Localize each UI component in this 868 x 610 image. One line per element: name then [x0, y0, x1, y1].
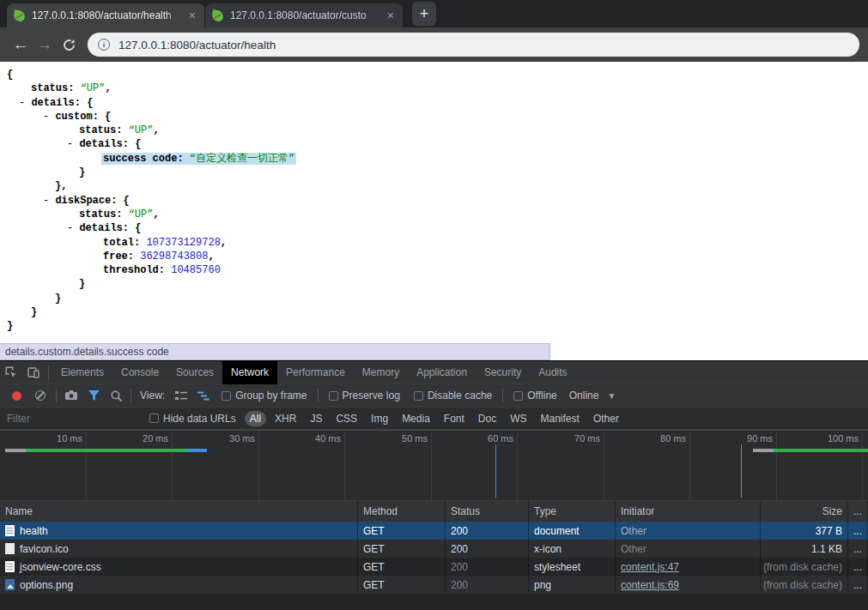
column-header-name[interactable]: Name	[0, 501, 358, 522]
browser-tab-2[interactable]: 127.0.0.1:8080/actuator/custo×	[205, 3, 403, 27]
close-icon[interactable]: ×	[385, 9, 396, 21]
column-header-size[interactable]: Size	[761, 501, 848, 522]
initiator-link[interactable]: content.js:47	[621, 561, 679, 573]
column-header-[interactable]: ...	[848, 501, 868, 522]
table-body: healthGET200documentOther377 B...favicon…	[0, 522, 868, 594]
network-toolbar: View: Group by frame	[0, 384, 868, 408]
site-info-icon[interactable]: i	[98, 39, 110, 51]
capture-screenshots-button[interactable]	[60, 384, 82, 407]
view-waterfall-button[interactable]	[192, 384, 215, 407]
json-key: details	[31, 97, 74, 109]
json-punct: }	[79, 166, 85, 178]
json-key: total	[103, 237, 134, 249]
devtools-tab-elements[interactable]: Elements	[52, 361, 112, 384]
column-header-status[interactable]: Status	[446, 501, 529, 522]
json-collapser[interactable]: -	[67, 222, 79, 234]
separator	[56, 389, 57, 402]
timeline-gridline	[258, 431, 259, 500]
hide-data-urls-checkbox[interactable]: Hide data URLs	[149, 413, 236, 425]
devtools-tab-network[interactable]: Network	[222, 361, 277, 384]
filter-chip-js[interactable]: JS	[305, 411, 327, 426]
chevron-down-icon[interactable]: ▼	[607, 391, 616, 401]
back-button[interactable]: ←	[9, 33, 33, 57]
cell-type: x-icon	[529, 540, 616, 558]
inspect-element-button[interactable]	[0, 361, 22, 384]
filter-input[interactable]	[5, 411, 143, 426]
search-button[interactable]	[105, 384, 127, 407]
filter-toggle-button[interactable]	[82, 384, 105, 407]
json-line: }	[0, 319, 868, 333]
json-line: total: 107373129728,	[0, 236, 868, 250]
filter-chip-manifest[interactable]: Manifest	[536, 411, 585, 426]
clear-icon[interactable]	[35, 390, 46, 401]
browser-tab-1[interactable]: 127.0.0.1:8080/actuator/health×	[7, 3, 204, 27]
devtools-tab-audits[interactable]: Audits	[530, 361, 575, 384]
timeline-bar-green	[774, 449, 868, 452]
filter-chip-img[interactable]: Img	[366, 411, 393, 426]
request-row-favicon.ico[interactable]: favicon.icoGET200x-iconOther1.1 KB...	[0, 540, 868, 558]
json-line: - details: {	[0, 96, 868, 110]
timeline-gridline	[517, 431, 518, 500]
json-punct: }	[7, 320, 13, 332]
column-header-method[interactable]: Method	[358, 501, 446, 522]
browser-toolbar: ← → i 127.0.0.1:8080/actuator/health	[0, 27, 868, 62]
initiator-link[interactable]: content.js:69	[621, 579, 679, 591]
address-bar[interactable]: i 127.0.0.1:8080/actuator/health	[88, 33, 859, 57]
json-punct: ,	[221, 237, 227, 249]
network-overview-timeline[interactable]: 10 ms20 ms30 ms40 ms50 ms60 ms70 ms80 ms…	[0, 430, 868, 501]
list-view-icon	[174, 390, 188, 402]
json-line: }	[0, 277, 868, 291]
devtools-tab-performance[interactable]: Performance	[277, 361, 354, 384]
devtools-tab-memory[interactable]: Memory	[354, 361, 408, 384]
json-punct: :	[134, 237, 146, 249]
view-list-button[interactable]	[170, 384, 192, 407]
close-icon[interactable]: ×	[187, 9, 197, 21]
hide-data-urls-label: Hide data URLs	[163, 413, 236, 425]
timeline-event-line	[495, 444, 496, 498]
group-by-frame-checkbox[interactable]: Group by frame	[222, 390, 307, 402]
request-row-jsonview-core.css[interactable]: jsonview-core.cssGET200stylesheetcontent…	[0, 558, 868, 576]
cell-initiator: content.js:47	[616, 558, 761, 576]
devtools-tab-console[interactable]: Console	[112, 361, 167, 384]
device-toolbar-button[interactable]	[22, 361, 45, 384]
preserve-log-checkbox[interactable]: Preserve log	[329, 390, 400, 402]
new-tab-button[interactable]: +	[412, 2, 436, 26]
column-header-initiator[interactable]: Initiator	[616, 501, 761, 522]
json-line: free: 36298743808,	[0, 250, 868, 263]
filter-chip-css[interactable]: CSS	[331, 411, 362, 426]
filter-chip-ws[interactable]: WS	[505, 411, 531, 426]
filter-chip-other[interactable]: Other	[588, 411, 624, 426]
network-request-table: NameMethodStatusTypeInitiatorSize... hea…	[0, 501, 868, 594]
cell-name: options.png	[0, 576, 358, 594]
reload-button[interactable]	[57, 33, 81, 57]
filter-chip-doc[interactable]: Doc	[473, 411, 501, 426]
json-collapser[interactable]: -	[19, 97, 31, 109]
disable-cache-checkbox[interactable]: Disable cache	[414, 390, 492, 402]
devtools-tab-application[interactable]: Application	[408, 361, 476, 384]
cell-size: 1.1 KB	[761, 540, 848, 558]
json-highlighted-entry: success code: “自定义检查一切正常”	[101, 153, 296, 165]
request-row-health[interactable]: healthGET200documentOther377 B...	[0, 522, 868, 540]
timeline-bar-gray	[753, 449, 774, 452]
json-collapser[interactable]: -	[43, 195, 55, 207]
json-collapser[interactable]: -	[67, 138, 79, 150]
filter-chip-all[interactable]: All	[245, 411, 266, 426]
json-punct: : {	[123, 138, 142, 150]
devtools-tab-sources[interactable]: Sources	[167, 361, 222, 384]
record-button[interactable]	[12, 391, 21, 401]
json-punct: ,	[208, 251, 214, 263]
json-punct: }	[55, 293, 61, 305]
filter-chip-font[interactable]: Font	[439, 411, 470, 426]
offline-checkbox[interactable]: Offline	[513, 390, 556, 402]
json-path-bar: details.custom.details.success code	[0, 343, 550, 360]
json-line: status: “UP”,	[0, 124, 868, 137]
json-collapser[interactable]: -	[43, 111, 55, 123]
column-header-type[interactable]: Type	[529, 501, 616, 522]
throttling-dropdown[interactable]: Online	[569, 390, 599, 402]
filter-chip-media[interactable]: Media	[397, 411, 435, 426]
filter-chip-xhr[interactable]: XHR	[270, 411, 301, 426]
forward-button[interactable]: →	[33, 33, 57, 57]
devtools-tab-security[interactable]: Security	[476, 361, 530, 384]
cell-method: GET	[358, 576, 446, 594]
request-row-options.png[interactable]: options.pngGET200pngcontent.js:69(from d…	[0, 576, 868, 594]
